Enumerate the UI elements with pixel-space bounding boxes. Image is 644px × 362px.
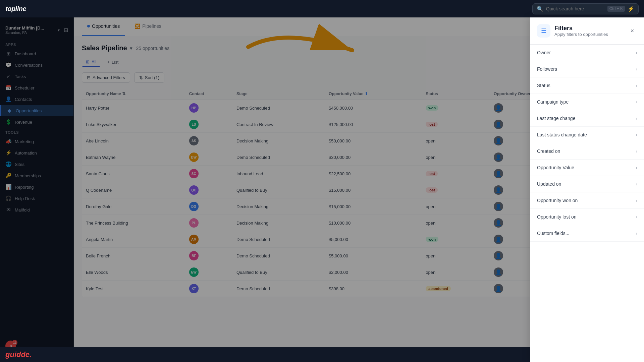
filter-panel-title: Filters (554, 25, 608, 32)
sidebar-item-mailfold[interactable]: ✉ Mailfold (0, 204, 73, 216)
search-shortcut: Ctrl + K (607, 6, 625, 12)
cell-status: open (422, 248, 490, 264)
filter-item-opportunity_won_on[interactable]: Opportunity won on › (530, 192, 644, 209)
sidebar-item-opportunities[interactable]: ◆ Opportunities (0, 105, 73, 116)
col-contact: Contact (185, 88, 232, 100)
chevron-right-icon: › (636, 148, 637, 154)
sort-button[interactable]: ⇅ Sort (1) (134, 72, 164, 83)
view-tab-all[interactable]: ⊞ All (82, 57, 100, 67)
sidebar: Dunder Mifflin [D... Scranton, PA ▾ ⊟ Ap… (0, 17, 74, 362)
sidebar-item-label: Tasks (15, 74, 26, 79)
cell-status: won (422, 231, 490, 248)
sidebar-item-revenue[interactable]: 💲 Revenue (0, 116, 73, 128)
sidebar-item-automation[interactable]: ⚡ Automation (0, 147, 73, 159)
chevron-right-icon: › (636, 66, 637, 72)
filter-item-last_stage_change[interactable]: Last stage change › (530, 110, 644, 127)
search-input[interactable] (546, 6, 605, 11)
cell-value: $398.00 (325, 281, 422, 297)
cell-name: Batman Wayne (82, 149, 185, 166)
sidebar-item-label: Contacts (15, 97, 32, 102)
layout-icon[interactable]: ⊟ (64, 27, 68, 33)
cell-name: Dorothy Gale (82, 198, 185, 215)
tab-label: Opportunities (92, 23, 120, 29)
sidebar-item-dashboard[interactable]: ⊞ Dashboard (0, 48, 73, 59)
cell-status: lost (422, 116, 490, 133)
sidebar-item-contacts[interactable]: 👤 Contacts (0, 94, 73, 105)
sidebar-item-label: Revenue (15, 120, 32, 125)
cell-value: $15,000.00 (325, 198, 422, 215)
sidebar-item-marketing[interactable]: 📣 Marketing (0, 136, 73, 147)
filter-item-status[interactable]: Status › (530, 77, 644, 94)
filter-item-last_status_change_date[interactable]: Last status change date › (530, 127, 644, 143)
cell-value: $450,000.00 (325, 100, 422, 116)
filter-item-opportunity_value[interactable]: Opportunity Value › (530, 160, 644, 176)
org-selector[interactable]: Dunder Mifflin [D... Scranton, PA ▾ ⊟ (0, 23, 73, 40)
sort-btn-label: Sort (1) (145, 75, 159, 80)
status-badge: lost (426, 187, 438, 193)
cell-stage: Demo Scheduled (232, 149, 325, 166)
search-bar[interactable]: 🔍 Ctrl + K ⚡ (532, 3, 639, 14)
filter-item-campaign_type[interactable]: Campaign type › (530, 94, 644, 110)
status-open: open (426, 138, 435, 143)
sites-icon: 🌐 (5, 161, 11, 167)
view-tab-list[interactable]: + List (103, 58, 122, 67)
sidebar-item-tasks[interactable]: ✓ Tasks (0, 71, 73, 82)
cell-status: open (422, 264, 490, 281)
chevron-right-icon: › (636, 83, 637, 88)
sidebar-item-memberships[interactable]: 🔑 Memberships (0, 170, 73, 181)
marketing-icon: 📣 (5, 138, 11, 144)
cell-stage: Qualified to Buy (232, 264, 325, 281)
filter-item-label: Created on (537, 148, 560, 154)
sidebar-item-scheduler[interactable]: 📅 Scheduler (0, 82, 73, 94)
cell-value: $15,000.00 (325, 182, 422, 198)
sidebar-item-reporting[interactable]: 📊 Reporting (0, 181, 73, 193)
sidebar-item-helpdesk[interactable]: 🎧 Help Desk (0, 193, 73, 204)
view-tab-label: All (92, 59, 96, 64)
sidebar-item-conversations[interactable]: 💬 Conversations (0, 59, 73, 71)
chevron-right-icon: › (636, 231, 637, 236)
guidde-logo: guidde. (5, 350, 32, 359)
list-icon: + (107, 60, 110, 65)
cell-stage: Qualified to Buy (232, 182, 325, 198)
filter-item-label: Status (537, 83, 550, 88)
cell-contact: BW (185, 149, 232, 166)
tab-label: Pipelines (142, 23, 161, 29)
chevron-right-icon: › (636, 214, 637, 220)
tools-section-label: Tools (0, 128, 73, 136)
automation-icon: ⚡ (5, 150, 11, 156)
col-value[interactable]: Opportunity Value ⬆ (325, 88, 422, 100)
cell-contact: HP (185, 100, 232, 116)
sidebar-item-sites[interactable]: 🌐 Sites (0, 159, 73, 170)
cell-status: lost (422, 182, 490, 198)
filter-item-custom_fields[interactable]: Custom fields... › (530, 225, 644, 242)
cell-status: open (422, 149, 490, 166)
tasks-icon: ✓ (5, 73, 11, 79)
advanced-filters-button[interactable]: ⊟ Advanced Filters (82, 72, 130, 83)
contacts-icon: 👤 (5, 96, 11, 102)
memberships-icon: 🔑 (5, 173, 11, 179)
filter-panel: ☰ Filters Apply filters to opportunities… (530, 17, 644, 362)
col-name[interactable]: Opportunity Name ⇅ (82, 88, 185, 100)
cell-contact: LS (185, 116, 232, 133)
sidebar-item-label: Opportunities (16, 108, 42, 113)
filter-item-created_on[interactable]: Created on › (530, 143, 644, 160)
filter-item-label: Opportunity Value (537, 165, 574, 170)
sidebar-item-label: Mailfold (15, 207, 30, 213)
filter-item-opportunity_lost_on[interactable]: Opportunity lost on › (530, 209, 644, 225)
status-open: open (426, 253, 435, 258)
cell-contact: KT (185, 281, 232, 297)
sidebar-item-label: Scheduler (15, 85, 35, 90)
filter-item-followers[interactable]: Followers › (530, 61, 644, 77)
filter-item-updated_on[interactable]: Updated on › (530, 176, 644, 192)
chevron-right-icon: › (636, 116, 637, 121)
filter-close-button[interactable]: × (627, 26, 637, 36)
pipeline-dropdown-icon[interactable]: ▾ (130, 46, 132, 51)
app-logo: topline (5, 5, 26, 13)
cell-value: $10,000.00 (325, 215, 422, 231)
filter-item-owner[interactable]: Owner › (530, 45, 644, 61)
sidebar-item-label: Reporting (15, 185, 34, 190)
tab-pipelines[interactable]: 🔀 Pipelines (129, 17, 167, 36)
cell-value: $2,000.00 (325, 264, 422, 281)
tab-opportunities[interactable]: Opportunities (82, 17, 125, 36)
apps-section-label: Apps (0, 40, 73, 48)
